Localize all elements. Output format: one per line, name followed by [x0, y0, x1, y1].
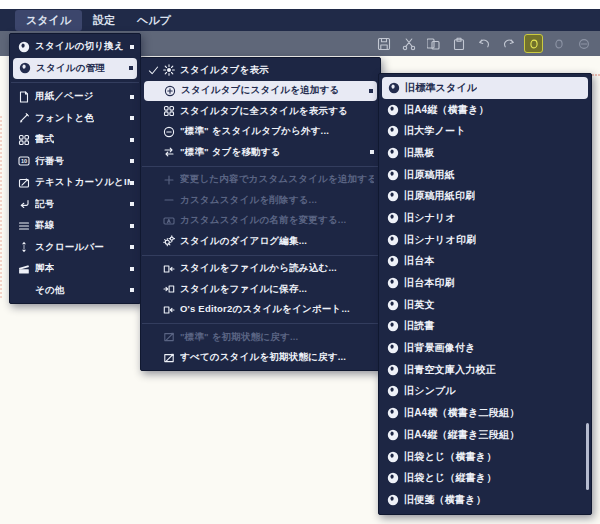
- file-in-icon: [162, 303, 175, 316]
- check-placeholder: [148, 146, 160, 158]
- menu-item[interactable]: 旧青空文庫入力校正: [379, 359, 591, 381]
- menu-item[interactable]: 変更した内容でカスタムスタイルを追加する...: [141, 170, 380, 191]
- menu-separator: [142, 166, 379, 167]
- menu-item-label: O's Editor2のスタイルをインポート...: [180, 303, 350, 316]
- menu-item[interactable]: 旧英文: [379, 294, 591, 316]
- menu-item[interactable]: 旧原稿用紙: [379, 164, 591, 186]
- linenum-icon: 10: [17, 155, 30, 168]
- menu-item[interactable]: 旧原稿用紙印刷: [379, 185, 591, 207]
- menu-item[interactable]: スタイルをファイルから読み込む...: [141, 259, 380, 280]
- menu-item[interactable]: 10行番号: [10, 151, 140, 173]
- menu-item[interactable]: カスタムスタイルの名前を変更する...: [141, 211, 380, 232]
- scrollbar-thumb[interactable]: [586, 423, 589, 490]
- menu-item[interactable]: 罫線: [10, 215, 140, 237]
- menu-item[interactable]: スタイルをファイルに保存...: [141, 279, 380, 300]
- menubar-item-settings[interactable]: 設定: [82, 10, 126, 31]
- menu-item[interactable]: 旧シンプル: [379, 381, 591, 403]
- menu-item[interactable]: スクロールバー: [10, 237, 140, 259]
- submenu-indicator: [130, 45, 134, 49]
- swirl-icon: [386, 428, 399, 441]
- check-placeholder: [148, 126, 160, 138]
- menu-item-label: 旧背景画像付き: [404, 341, 476, 355]
- menu-item[interactable]: 旧便箋（横書き）: [379, 489, 591, 511]
- menu-item-label: 旧袋とじ（縦書き）: [404, 471, 497, 485]
- swirl-icon: [386, 277, 399, 290]
- menu-separator: [142, 323, 379, 324]
- copy-button[interactable]: [424, 34, 443, 53]
- copy-icon: [427, 37, 441, 51]
- menu-item[interactable]: スタイルタブに全スタイルを表示する: [141, 101, 380, 122]
- menubar-item-style[interactable]: スタイル: [15, 10, 82, 31]
- redo-button[interactable]: [499, 34, 518, 53]
- menu-item[interactable]: スタイルタブを表示: [141, 60, 380, 81]
- swirl-icon: [386, 103, 399, 116]
- submenu-indicator: [130, 288, 134, 292]
- grid-icon: [162, 105, 175, 118]
- menu-item[interactable]: 旧A4横（横書き二段組）: [379, 402, 591, 424]
- oval-button[interactable]: [549, 34, 568, 53]
- cut-button[interactable]: [399, 34, 418, 53]
- menu-item-label: スタイルの管理: [36, 62, 105, 75]
- menu-item[interactable]: 旧黒板: [379, 142, 591, 164]
- menu-item[interactable]: スタイルの切り換え: [10, 36, 140, 58]
- menu-item[interactable]: 旧シナリオ: [379, 207, 591, 229]
- app-menubar: スタイル 設定 ヘルプ: [0, 9, 600, 31]
- menu-item-label: 用紙／ページ: [35, 90, 94, 103]
- menu-item[interactable]: テキストカーソルとIME: [10, 172, 140, 194]
- menu-item-label: 旧便箋（横書き）: [404, 493, 486, 507]
- menu-item[interactable]: "標準" を初期状態に戻す...: [141, 327, 380, 348]
- menu-separator: [11, 82, 139, 83]
- menu-item[interactable]: 旧大学ノート: [379, 120, 591, 142]
- menu-item-label: 脚本: [35, 262, 54, 275]
- menu-item[interactable]: スタイルタブにスタイルを追加する: [144, 81, 377, 102]
- menu-item[interactable]: カスタムスタイルを削除する...: [141, 190, 380, 211]
- menu-item[interactable]: すべてのスタイルを初期状態に戻す...: [141, 348, 380, 369]
- menu-item[interactable]: フォントと色: [10, 108, 140, 130]
- submenu-indicator: [130, 159, 134, 163]
- menu-item[interactable]: 旧背景画像付き: [379, 337, 591, 359]
- swap-icon: [162, 146, 175, 159]
- menu-item[interactable]: 旧台本: [379, 251, 591, 273]
- plus-circle-icon: [163, 84, 176, 97]
- paste-button[interactable]: [449, 34, 468, 53]
- minus-oval-button[interactable]: [574, 34, 593, 53]
- oval-icon: [527, 37, 541, 51]
- menu-item[interactable]: スタイルの管理: [13, 58, 137, 80]
- menubar-item-help[interactable]: ヘルプ: [126, 10, 182, 31]
- menu-item[interactable]: 旧台本印刷: [379, 272, 591, 294]
- menu-item[interactable]: "標準" をスタイルタブから外す...: [141, 122, 380, 143]
- menu-item[interactable]: "標準" タブを移動する: [141, 142, 380, 163]
- check-placeholder: [148, 235, 160, 247]
- undo-button[interactable]: [474, 34, 493, 53]
- menu-item[interactable]: 旧シナリオ印刷: [379, 229, 591, 251]
- menu-item[interactable]: 書式: [10, 129, 140, 151]
- rename-icon: [162, 214, 175, 227]
- menu-item[interactable]: スタイルのダイアログ編集...: [141, 231, 380, 252]
- undo-icon: [477, 37, 491, 51]
- menu-item-label: 旧台本印刷: [404, 276, 455, 290]
- oval-button[interactable]: [524, 34, 543, 53]
- menu-item[interactable]: 旧標準スタイル: [382, 77, 588, 99]
- menu-item[interactable]: 旧袋とじ（縦書き）: [379, 467, 591, 489]
- submenu-indicator: [130, 116, 134, 120]
- menu-item[interactable]: 用紙／ページ: [10, 86, 140, 108]
- menu-item[interactable]: 旧読書: [379, 316, 591, 338]
- style-menu: スタイルの切り換えスタイルの管理用紙／ページフォントと色書式10行番号テキストカ…: [9, 33, 141, 304]
- menu-item[interactable]: 旧A4縦（横書き）: [379, 99, 591, 121]
- menu-item[interactable]: 旧袋とじ（横書き）: [379, 446, 591, 468]
- menu-item-label: 旧シナリオ印刷: [404, 233, 476, 247]
- menu-item[interactable]: 脚本: [10, 258, 140, 280]
- menu-item-label: 旧黒板: [404, 146, 435, 160]
- menu-item-label: スクロールバー: [35, 241, 104, 254]
- swirl-icon: [386, 168, 399, 181]
- page-margin-guide-left: [0, 116, 2, 298]
- menu-item[interactable]: 記号: [10, 194, 140, 216]
- menu-item[interactable]: O's Editor2のスタイルをインポート...: [141, 300, 380, 321]
- gears-icon: [162, 235, 175, 248]
- menu-item[interactable]: 旧A4縦（縦書き三段組）: [379, 424, 591, 446]
- save-icon: [377, 37, 391, 51]
- pen-icon: [17, 112, 30, 125]
- menu-item[interactable]: その他: [10, 280, 140, 302]
- save-button[interactable]: [374, 34, 393, 53]
- swirl-icon: [386, 298, 399, 311]
